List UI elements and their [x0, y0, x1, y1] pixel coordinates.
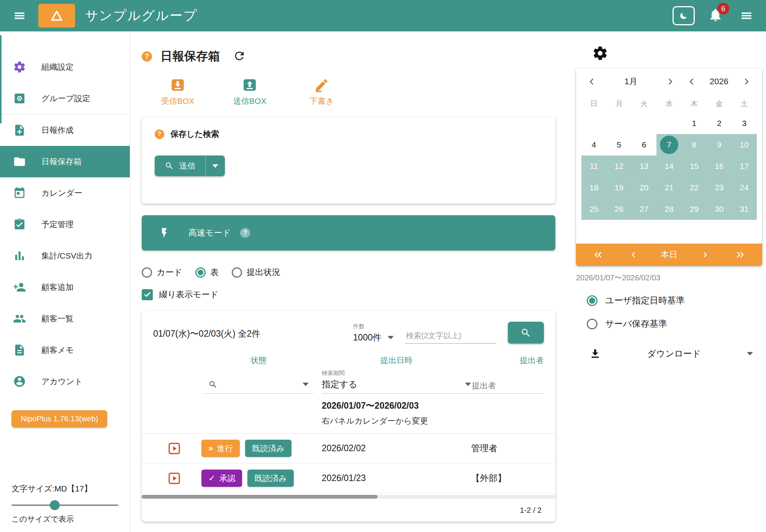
- help-icon[interactable]: ?: [142, 51, 152, 62]
- tab-inbox[interactable]: 受信BOX: [142, 77, 214, 106]
- next-year-button[interactable]: [741, 76, 752, 87]
- right-menu-button[interactable]: [738, 7, 755, 25]
- calendar-day[interactable]: 17: [732, 156, 757, 177]
- dark-mode-button[interactable]: [673, 6, 695, 25]
- calendar-day[interactable]: 26: [606, 198, 631, 220]
- sidebar-item-csv-output[interactable]: 集計/CSV出力: [0, 240, 130, 272]
- calendar-day[interactable]: 19: [606, 177, 631, 198]
- sidebar-item-schedule[interactable]: 予定管理: [0, 209, 130, 240]
- calendar-day[interactable]: 22: [682, 177, 707, 198]
- submitter-filter-input[interactable]: [471, 378, 544, 394]
- task-check-icon: [12, 217, 27, 232]
- prev-period-button[interactable]: [626, 247, 641, 262]
- slider-track[interactable]: [11, 504, 118, 506]
- sidebar-item-report-create[interactable]: 日報作成: [0, 115, 130, 146]
- calendar-day[interactable]: 30: [707, 198, 732, 220]
- calendar-day[interactable]: 13: [632, 156, 656, 177]
- send-search-dropdown[interactable]: [206, 156, 225, 176]
- scrollbar-thumb[interactable]: [142, 495, 378, 499]
- next-period-button[interactable]: [697, 247, 713, 262]
- table-row[interactable]: ✓ 承認 既読済み 2026/01/23 【外部】: [142, 463, 555, 493]
- calendar-day[interactable]: 8: [682, 134, 707, 156]
- sidebar-item-group-settings[interactable]: グループ設定: [0, 83, 130, 114]
- sidebar-item-customer-list[interactable]: 顧客一覧: [0, 303, 130, 334]
- calendar-day[interactable]: 7: [656, 134, 681, 156]
- next-month-button[interactable]: [665, 76, 676, 87]
- count-select[interactable]: 件数 1000件: [353, 323, 394, 344]
- tab-outbox[interactable]: 送信BOX: [214, 77, 286, 106]
- calendar-day[interactable]: 31: [732, 198, 757, 220]
- calendar-day[interactable]: 23: [707, 177, 732, 198]
- calendar-day[interactable]: 15: [682, 156, 707, 177]
- horizontal-scrollbar[interactable]: [142, 495, 555, 499]
- calendar-day[interactable]: 25: [581, 198, 606, 220]
- calendar-day[interactable]: 12: [606, 156, 631, 177]
- sidebar-item-customer-memo[interactable]: 顧客メモ: [0, 334, 130, 366]
- sidebar-item-org-settings[interactable]: 組織設定: [0, 51, 130, 83]
- fast-mode-banner[interactable]: 高速モード ?: [142, 215, 555, 250]
- calendar-day[interactable]: 6: [632, 134, 656, 156]
- font-size-slider[interactable]: [11, 499, 118, 511]
- open-report-button[interactable]: [153, 471, 195, 485]
- slider-knob[interactable]: [50, 500, 60, 510]
- calendar-day[interactable]: 14: [656, 156, 681, 177]
- settings-gear-icon[interactable]: [592, 45, 608, 61]
- calendar-day[interactable]: 21: [656, 177, 681, 198]
- first-page-button[interactable]: [591, 247, 606, 262]
- refresh-button[interactable]: [232, 49, 247, 64]
- date-range-summary: 01/07(水)〜02/03(火) 全2件: [153, 328, 260, 344]
- open-report-button[interactable]: [153, 442, 195, 455]
- radio-label: ユーザ指定日時基準: [605, 295, 685, 306]
- calendar-day[interactable]: 9: [707, 134, 732, 156]
- send-search-button[interactable]: 送信: [155, 156, 205, 176]
- prev-month-button[interactable]: [586, 76, 597, 87]
- sidebar-item-customer-add[interactable]: 顧客追加: [0, 272, 130, 303]
- calendar-day[interactable]: 3: [732, 113, 757, 134]
- status-button[interactable]: ✓ 承認: [201, 470, 242, 487]
- calendar-day[interactable]: 29: [682, 198, 707, 220]
- calendar-day[interactable]: 24: [732, 177, 757, 198]
- calendar-day[interactable]: 5: [606, 134, 631, 156]
- calendar-day[interactable]: 27: [632, 198, 656, 220]
- calendar-day[interactable]: 16: [707, 156, 732, 177]
- calendar-day[interactable]: 2: [707, 113, 732, 134]
- calendar-day[interactable]: 4: [581, 134, 606, 156]
- period-filter-select[interactable]: 検索期間 指定する: [322, 370, 471, 394]
- sidebar-item-calendar[interactable]: カレンダー: [0, 177, 130, 209]
- menu-toggle-button[interactable]: [11, 7, 28, 25]
- sidebar-scrollbar[interactable]: [0, 35, 2, 123]
- status-button[interactable]: » 進行: [201, 440, 240, 457]
- calendar-day[interactable]: 20: [632, 177, 656, 198]
- sidebar-item-report-box[interactable]: 日報保存箱: [0, 146, 130, 177]
- basis-option-user[interactable]: ユーザ指定日時基準: [587, 295, 762, 306]
- status-filter-select[interactable]: [204, 375, 313, 394]
- calendar-day[interactable]: 10: [732, 134, 757, 156]
- selected-day[interactable]: 7: [660, 136, 678, 154]
- calendar-day[interactable]: 11: [581, 156, 606, 177]
- binding-mode-checkbox[interactable]: 綴り表示モード: [142, 289, 576, 300]
- help-icon[interactable]: ?: [155, 129, 164, 139]
- download-button[interactable]: ダウンロード: [576, 347, 762, 360]
- today-button[interactable]: 本日: [661, 249, 678, 260]
- basis-option-server[interactable]: サーバ保存基準: [587, 318, 762, 330]
- calendar-day[interactable]: 1: [682, 113, 707, 134]
- calendar-day[interactable]: 18: [581, 177, 606, 198]
- column-date: 提出日時: [322, 355, 471, 366]
- last-page-button[interactable]: [732, 247, 748, 262]
- view-mode-table[interactable]: 表: [195, 267, 219, 278]
- view-mode-status[interactable]: 提出状況: [232, 267, 280, 278]
- help-icon[interactable]: ?: [240, 228, 250, 238]
- view-mode-card[interactable]: カード: [142, 267, 182, 278]
- table-row[interactable]: » 進行 既読済み 2026/02/02 管理者: [142, 434, 555, 463]
- tab-drafts[interactable]: 下書き: [286, 77, 358, 106]
- bar-chart-icon: [12, 249, 27, 263]
- calendar-day-empty: [581, 113, 606, 134]
- version-button[interactable]: NipoPlus 1.76.13(web): [11, 410, 107, 427]
- calendar-day[interactable]: 28: [656, 198, 681, 220]
- prev-year-button[interactable]: [686, 76, 697, 87]
- app-logo[interactable]: [38, 4, 75, 28]
- table-search-button[interactable]: [508, 322, 544, 344]
- notifications-button[interactable]: 6: [708, 7, 725, 25]
- sidebar-item-account[interactable]: アカウント: [0, 366, 130, 397]
- table-search-input[interactable]: [405, 328, 496, 344]
